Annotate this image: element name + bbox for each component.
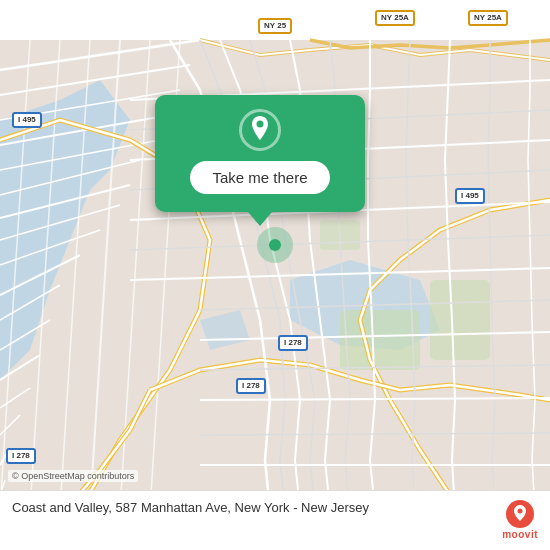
address-label: Coast and Valley, 587 Manhattan Ave, New…: [12, 500, 369, 515]
svg-point-29: [257, 121, 264, 128]
highway-badge-i495-left: I 495: [12, 112, 42, 128]
osm-attribution: © OpenStreetMap contributors: [8, 470, 138, 482]
address-text: Coast and Valley, 587 Manhattan Ave, New…: [12, 499, 490, 517]
highway-badge-i278-3: I 278: [6, 448, 36, 464]
highway-badge-ny25a-2: NY 25A: [468, 10, 508, 26]
svg-rect-1: [340, 310, 420, 370]
take-me-there-button[interactable]: Take me there: [190, 161, 329, 194]
map-container: Take me there © OpenStreetMap contributo…: [0, 0, 550, 550]
highway-badge-i278-2: I 278: [236, 378, 266, 394]
map-background: [0, 0, 550, 550]
highway-badge-ny25: NY 25: [258, 18, 292, 34]
location-icon-circle: [239, 109, 281, 151]
highway-badge-i278-1: I 278: [278, 335, 308, 351]
svg-rect-2: [430, 280, 490, 360]
callout-card: Take me there: [155, 95, 365, 212]
svg-point-28: [269, 239, 281, 251]
moovit-label: moovit: [502, 529, 538, 540]
highway-badge-ny25a-1: NY 25A: [375, 10, 415, 26]
svg-point-31: [518, 509, 523, 514]
bottom-bar: Coast and Valley, 587 Manhattan Ave, New…: [0, 490, 550, 550]
highway-badge-i495-right: I 495: [455, 188, 485, 204]
location-pin-icon: [248, 116, 272, 144]
osm-text: © OpenStreetMap contributors: [12, 471, 134, 481]
moovit-icon: [505, 499, 535, 529]
moovit-logo: moovit: [502, 499, 538, 540]
